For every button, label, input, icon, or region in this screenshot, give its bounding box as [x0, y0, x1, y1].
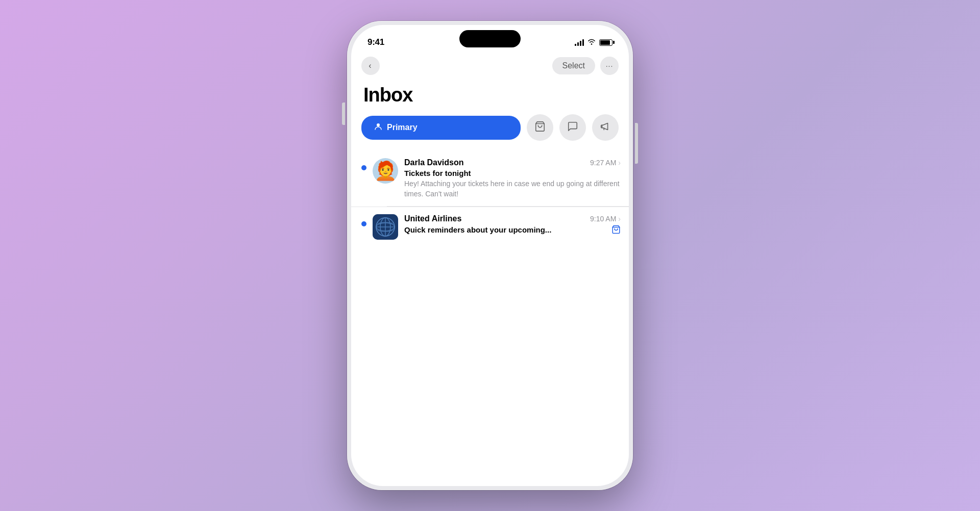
- wifi-icon: [587, 38, 596, 47]
- signal-bar-4: [582, 39, 584, 46]
- signal-bar-2: [577, 42, 579, 46]
- email-meta: 9:10 AM ›: [590, 215, 621, 223]
- chat-icon: [567, 121, 578, 135]
- tab-primary[interactable]: Primary: [361, 116, 521, 140]
- nav-bar: ‹ Select ···: [351, 53, 629, 80]
- tab-promotions[interactable]: [592, 114, 619, 141]
- dynamic-island: [459, 30, 521, 47]
- ellipsis-icon: ···: [606, 62, 614, 70]
- back-button[interactable]: ‹: [361, 57, 380, 75]
- more-button[interactable]: ···: [600, 57, 619, 75]
- status-bar: 9:41: [351, 25, 629, 53]
- back-chevron-icon: ‹: [369, 61, 371, 70]
- phone-screen: 9:41: [351, 25, 629, 486]
- email-item[interactable]: United Airlines 9:10 AM › Quick reminder…: [351, 207, 629, 247]
- select-button[interactable]: Select: [552, 57, 595, 74]
- email-time: 9:27 AM: [590, 159, 616, 167]
- email-subject: Quick reminders about your upcoming...: [404, 225, 551, 234]
- chevron-right-icon: ›: [618, 159, 621, 167]
- email-header: United Airlines 9:10 AM ›: [404, 214, 621, 223]
- status-icons: [575, 38, 612, 47]
- phone-frame: 9:41: [347, 21, 633, 490]
- avatar: 🧑‍🦰: [373, 158, 398, 184]
- tab-shopping[interactable]: [527, 114, 553, 141]
- email-preview: Hey! Attaching your tickets here in case…: [404, 179, 621, 199]
- email-content: United Airlines 9:10 AM › Quick reminder…: [404, 214, 621, 236]
- email-meta: 9:27 AM ›: [590, 159, 621, 167]
- unread-dot: [361, 221, 366, 226]
- battery-fill: [600, 40, 610, 45]
- signal-bar-3: [580, 41, 581, 46]
- email-sender: Darla Davidson: [404, 158, 463, 167]
- tab-bar: Primary: [351, 114, 629, 151]
- unread-dot: [361, 165, 366, 170]
- cart-icon: [534, 121, 546, 135]
- battery-icon: [599, 39, 612, 46]
- shop-icon: [611, 225, 621, 236]
- megaphone-icon: [600, 121, 611, 135]
- email-content: Darla Davidson 9:27 AM › Tickets for ton…: [404, 158, 621, 199]
- email-list: 🧑‍🦰 Darla Davidson 9:27 AM › Tickets for…: [351, 151, 629, 247]
- email-sender: United Airlines: [404, 214, 461, 223]
- tab-social[interactable]: [559, 114, 586, 141]
- signal-icon: [575, 39, 584, 46]
- inbox-title: Inbox: [351, 80, 629, 114]
- nav-right: Select ···: [552, 57, 619, 75]
- chevron-right-icon: ›: [618, 215, 621, 223]
- email-subject: Tickets for tonight: [404, 169, 621, 177]
- avatar: [373, 214, 398, 240]
- email-item[interactable]: 🧑‍🦰 Darla Davidson 9:27 AM › Tickets for…: [351, 151, 629, 206]
- svg-point-0: [377, 123, 380, 126]
- signal-bar-1: [575, 44, 576, 46]
- email-footer: Quick reminders about your upcoming...: [404, 225, 621, 236]
- person-icon: [374, 122, 383, 134]
- primary-tab-label: Primary: [387, 123, 418, 132]
- email-header: Darla Davidson 9:27 AM ›: [404, 158, 621, 167]
- status-time: 9:41: [368, 37, 384, 47]
- email-time: 9:10 AM: [590, 215, 616, 223]
